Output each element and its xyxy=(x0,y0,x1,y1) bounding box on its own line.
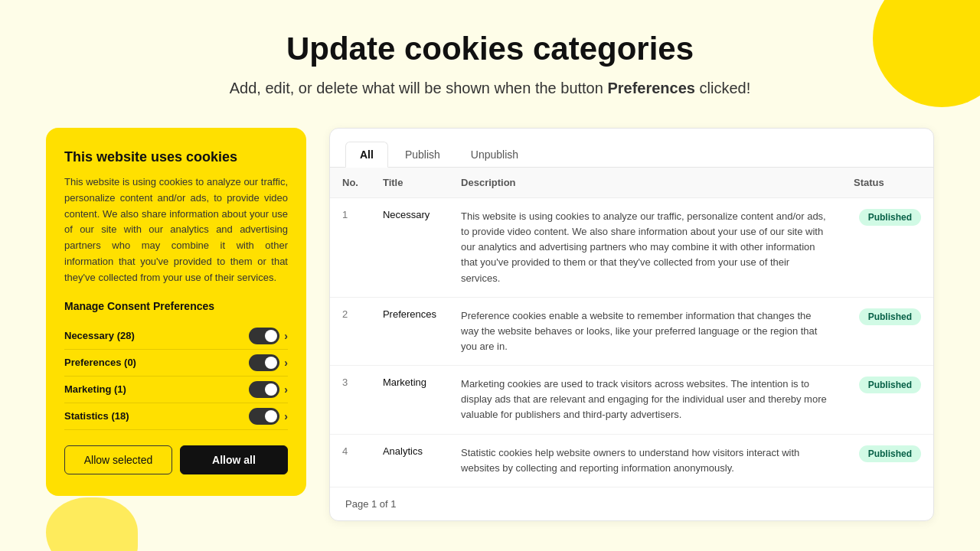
col-header-description: Description xyxy=(449,168,841,198)
cell-title-2: Preferences xyxy=(371,297,449,365)
table-tabs: All Publish Unpublish xyxy=(330,129,933,168)
cell-description-1: This website is using cookies to analyze… xyxy=(449,198,841,298)
cell-no-4: 4 xyxy=(330,434,371,487)
main-content: This website uses cookies This website i… xyxy=(0,112,980,536)
status-badge-2: Published xyxy=(859,308,921,325)
pagination: Page 1 of 1 xyxy=(330,487,933,520)
cell-status-2: Published xyxy=(841,297,933,365)
cell-title-4: Analytics xyxy=(371,434,449,487)
table-container: No. Title Description Status 1 Necessary… xyxy=(330,168,933,487)
cell-no-3: 3 xyxy=(330,366,371,434)
page-title: Update cookies categories xyxy=(15,31,965,67)
table-row: 2 Preferences Preference cookies enable … xyxy=(330,297,933,365)
consent-label-preferences: Preferences (0) xyxy=(64,357,136,368)
consent-item-statistics: Statistics (18) › xyxy=(64,403,288,430)
chevron-preferences[interactable]: › xyxy=(284,357,288,369)
chevron-marketing[interactable]: › xyxy=(284,383,288,396)
consent-item-necessary: Necessary (28) › xyxy=(64,323,288,350)
consent-item-marketing: Marketing (1) › xyxy=(64,377,288,403)
consent-controls-statistics: › xyxy=(249,408,288,425)
consent-label-marketing: Marketing (1) xyxy=(64,383,126,395)
cookie-card-description: This website is using cookies to analyze… xyxy=(64,174,288,286)
table-row: 1 Necessary This website is using cookie… xyxy=(330,198,933,298)
consent-controls-necessary: › xyxy=(249,328,288,344)
categories-table: No. Title Description Status 1 Necessary… xyxy=(330,168,933,487)
tab-unpublish[interactable]: Unpublish xyxy=(457,142,532,168)
categories-table-panel: All Publish Unpublish No. Title Descript… xyxy=(329,128,934,521)
table-row: 4 Analytics Statistic cookies help websi… xyxy=(330,434,933,487)
cell-description-2: Preference cookies enable a website to r… xyxy=(449,297,841,365)
col-header-status: Status xyxy=(841,168,933,198)
consent-controls-preferences: › xyxy=(249,354,288,371)
status-badge-3: Published xyxy=(859,377,921,393)
cell-title-3: Marketing xyxy=(371,366,449,434)
cell-title-1: Necessary xyxy=(371,198,449,298)
cookie-buttons: Allow selected Allow all xyxy=(64,445,288,474)
manage-consent-title: Manage Consent Preferences xyxy=(64,300,288,312)
tab-all[interactable]: All xyxy=(345,142,388,168)
consent-controls-marketing: › xyxy=(249,381,288,398)
consent-item-preferences: Preferences (0) › xyxy=(64,350,288,377)
cell-description-4: Statistic cookies help website owners to… xyxy=(449,434,841,487)
table-header-row: No. Title Description Status xyxy=(330,168,933,198)
subtitle-bold: Preferences xyxy=(607,80,695,96)
cell-description-3: Marketing cookies are used to track visi… xyxy=(449,366,841,434)
subtitle-prefix: Add, edit, or delete what will be shown … xyxy=(230,80,608,96)
toggle-marketing[interactable] xyxy=(249,381,279,398)
allow-all-button[interactable]: Allow all xyxy=(180,445,288,474)
col-header-no: No. xyxy=(330,168,371,198)
cookie-card-title: This website uses cookies xyxy=(64,149,288,165)
toggle-preferences[interactable] xyxy=(249,354,279,371)
toggle-necessary[interactable] xyxy=(249,328,279,344)
cell-status-1: Published xyxy=(841,198,933,298)
cell-status-4: Published xyxy=(841,434,933,487)
chevron-necessary[interactable]: › xyxy=(284,330,288,342)
status-badge-4: Published xyxy=(859,445,921,462)
allow-selected-button[interactable]: Allow selected xyxy=(64,445,172,474)
table-row: 3 Marketing Marketing cookies are used t… xyxy=(330,366,933,434)
cell-status-3: Published xyxy=(841,366,933,434)
tab-publish[interactable]: Publish xyxy=(391,142,454,168)
status-badge-1: Published xyxy=(859,209,921,226)
consent-label-statistics: Statistics (18) xyxy=(64,410,129,422)
consent-label-necessary: Necessary (28) xyxy=(64,330,135,341)
page-header: Update cookies categories Add, edit, or … xyxy=(0,0,980,112)
col-header-title: Title xyxy=(371,168,449,198)
cookie-consent-card: This website uses cookies This website i… xyxy=(46,128,306,496)
subtitle-suffix: clicked! xyxy=(695,80,750,96)
page-subtitle: Add, edit, or delete what will be shown … xyxy=(15,80,965,97)
toggle-statistics[interactable] xyxy=(249,408,279,425)
chevron-statistics[interactable]: › xyxy=(284,410,288,422)
cell-no-1: 1 xyxy=(330,198,371,298)
cell-no-2: 2 xyxy=(330,297,371,365)
